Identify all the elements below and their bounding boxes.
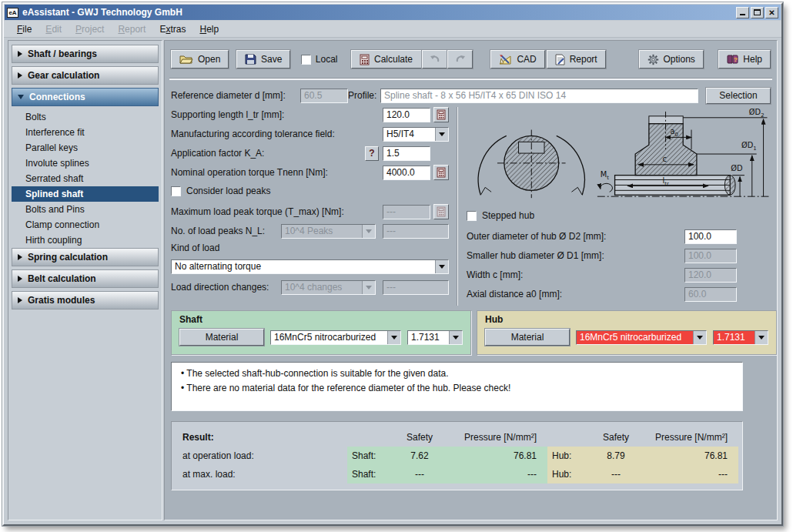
sidebar-header-belt-calculation[interactable]: Belt calculation <box>12 269 159 288</box>
tolerance-field-label: Manufacturing according tolerance field: <box>171 129 383 139</box>
calculator-icon <box>360 54 370 65</box>
svg-text:ØD2: ØD2 <box>749 108 765 119</box>
save-button[interactable]: Save <box>236 50 290 69</box>
chevron-down-icon <box>449 331 462 344</box>
supporting-length-field[interactable]: 120.0 <box>383 108 430 122</box>
result-row-label: at operation load: <box>178 447 347 465</box>
ruler-pencil-icon <box>499 54 512 65</box>
kind-of-load-label: Kind of load <box>171 243 449 254</box>
hub-material-number-dropdown[interactable]: 1.7131 <box>713 330 768 345</box>
sidebar-item-involute-splines[interactable]: Involute splines <box>12 156 159 171</box>
smaller-diameter-field: 100.0 <box>684 249 737 263</box>
toolbar: Open Save Local Calculate <box>165 41 777 73</box>
selection-button[interactable]: Selection <box>706 88 771 104</box>
calculator-button[interactable] <box>433 165 449 180</box>
sidebar-item-clamp-connection[interactable]: Clamp connection <box>12 217 159 233</box>
close-button[interactable]: ✕ <box>765 7 778 18</box>
nominal-torque-field[interactable]: 4000.0 <box>383 166 430 180</box>
safety-column-header: Safety <box>586 428 646 447</box>
cad-button[interactable]: CAD <box>490 50 544 69</box>
undo-button <box>422 50 447 69</box>
main-panel: Open Save Local Calculate <box>164 40 778 520</box>
hub-safety-value: 8.79 <box>586 447 646 465</box>
sidebar-header-gratis-modules[interactable]: Gratis modules <box>12 291 159 309</box>
num-load-peaks-label: No. of load peaks N_L: <box>171 226 281 236</box>
smaller-diameter-label: Smaller hub diameter Ø D1 [mm]: <box>467 250 684 261</box>
sidebar-item-serrated-shaft[interactable]: Serrated shaft <box>12 171 159 186</box>
right-form-column: a0 c ltr Mt <box>457 107 771 306</box>
sidebar-header-gear-calculation[interactable]: Gear calculation <box>12 66 159 85</box>
menu-extras[interactable]: Extras <box>152 22 192 37</box>
shaft-pressure-value: --- <box>449 465 547 483</box>
chevron-right-icon <box>18 297 22 303</box>
shaft-material-panel: Shaft Material 16MnCr5 nitrocarburized 1… <box>171 310 471 355</box>
kind-of-load-dropdown[interactable]: No alternating torque <box>171 259 449 274</box>
shaft-material-number-dropdown[interactable]: 1.7131 <box>407 330 463 345</box>
menu-bar: File Edit Project Report Extras Help <box>4 21 781 38</box>
calculator-button[interactable] <box>433 107 449 122</box>
menu-file[interactable]: File <box>10 22 38 37</box>
lower-section: The selected shaft-hub-connection is sui… <box>171 362 743 490</box>
sidebar-item-interference-fit[interactable]: Interference fit <box>12 125 159 140</box>
application-factor-field[interactable]: 1.5 <box>383 146 430 161</box>
pressure-column-header: Pressure [N/mm²] <box>449 428 547 447</box>
calculator-button-disabled <box>433 204 449 219</box>
menu-edit: Edit <box>38 22 69 37</box>
supporting-length-label: Supporting length l_tr [mm]: <box>171 109 383 120</box>
svg-text:Mt: Mt <box>601 170 609 181</box>
tolerance-dropdown[interactable]: H5/IT4 <box>383 127 449 142</box>
client-area: Shaft / bearings Gear calculation Connec… <box>6 38 779 522</box>
chevron-down-icon <box>362 225 375 238</box>
hub-material-button[interactable]: Material <box>485 329 570 346</box>
hub-material-dropdown[interactable]: 16MnCr5 nitrocarburized <box>576 330 707 345</box>
sidebar-item-hirth-coupling[interactable]: Hirth coupling <box>12 233 159 248</box>
profile-label: Profile: <box>348 90 374 101</box>
maximize-button[interactable] <box>751 7 764 18</box>
menu-report: Report <box>111 22 152 37</box>
help-question-button[interactable]: ? <box>365 146 379 161</box>
consider-load-peaks-label: Consider load peaks <box>186 186 270 196</box>
toolbar-separator <box>169 78 772 80</box>
max-peak-torque-label: Maximum load peak torque (T_max) [Nm]: <box>171 206 383 217</box>
sidebar-item-parallel-keys[interactable]: Parallel keys <box>12 140 159 156</box>
chevron-right-icon <box>18 254 22 260</box>
consider-load-peaks-checkbox[interactable] <box>171 186 181 196</box>
axial-distance-field: 60.0 <box>684 287 737 302</box>
shaft-material-button[interactable]: Material <box>179 329 264 346</box>
local-checkbox[interactable] <box>301 55 311 65</box>
svg-text:ØD: ØD <box>731 164 742 172</box>
minimize-button[interactable] <box>736 7 749 18</box>
materials-section: Shaft Material 16MnCr5 nitrocarburized 1… <box>171 310 771 355</box>
calculate-button[interactable]: Calculate <box>351 50 422 69</box>
application-factor-label: Application factor K_A: <box>171 148 365 159</box>
reference-row: Reference diameter d [mm]: 60.5 Profile:… <box>171 88 771 103</box>
outer-diameter-field[interactable]: 100.0 <box>684 229 737 244</box>
sidebar-item-bolts-and-pins[interactable]: Bolts and Pins <box>12 202 159 217</box>
sidebar-item-splined-shaft[interactable]: Splined shaft <box>12 186 159 202</box>
report-button[interactable]: Report <box>547 50 606 69</box>
width-c-field: 120.0 <box>684 268 737 283</box>
chevron-right-icon <box>18 51 22 57</box>
results-table: Result: Safety Pressure [N/mm²] Safety P… <box>178 428 736 483</box>
load-peaks-unit-dropdown: 10^4 Peaks <box>281 224 376 239</box>
open-button[interactable]: Open <box>171 50 229 69</box>
close-icon: ✕ <box>768 8 775 17</box>
redo-arrow-icon <box>455 54 466 65</box>
hub-safety-value: --- <box>586 465 646 483</box>
load-direction-label: Load direction changes: <box>171 282 281 293</box>
sidebar-header-shaft-bearings[interactable]: Shaft / bearings <box>12 45 159 63</box>
outer-diameter-label: Outer diameter of hub Ø D2 [mm]: <box>467 231 684 242</box>
shaft-material-dropdown[interactable]: 16MnCr5 nitrocarburized <box>270 330 401 345</box>
help-button[interactable]: ? Help <box>718 50 771 69</box>
local-checkbox-label: Local <box>316 54 338 65</box>
menu-help[interactable]: Help <box>192 22 226 37</box>
pressure-column-header: Pressure [N/mm²] <box>646 428 738 447</box>
hub-row-label: Hub: <box>547 465 586 483</box>
nominal-torque-label: Nominal operation torque Tnenn [Nm]: <box>171 167 383 178</box>
spline-shaft-diagram: a0 c ltr Mt <box>467 107 771 206</box>
sidebar-header-connections[interactable]: Connections <box>12 88 159 106</box>
stepped-hub-checkbox[interactable] <box>467 211 477 221</box>
sidebar-header-spring-calculation[interactable]: Spring calculation <box>12 248 159 266</box>
sidebar-item-bolts[interactable]: Bolts <box>12 109 159 125</box>
options-button[interactable]: Options <box>639 50 704 69</box>
